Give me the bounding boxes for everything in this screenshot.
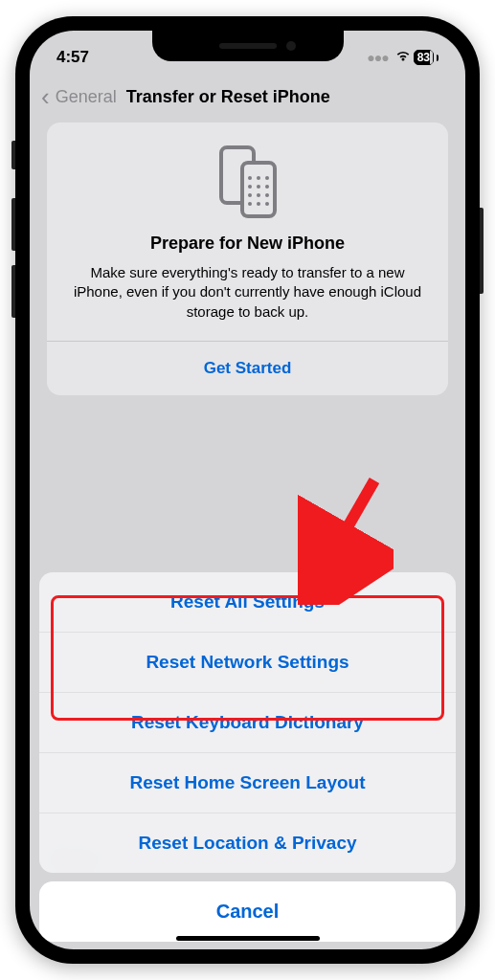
chevron-back-icon[interactable]: ‹ [41,84,50,109]
reset-keyboard-dictionary-button[interactable]: Reset Keyboard Dictionary [39,692,456,752]
action-sheet: Reset All Settings Reset Network Setting… [30,572,465,949]
notch [152,31,344,61]
recording-indicator-icon: ●●● [367,50,388,65]
svg-point-7 [265,185,269,189]
reset-location-privacy-button[interactable]: Reset Location & Privacy [39,813,456,873]
battery-icon: 83 [414,50,434,65]
volume-down-button [11,265,15,318]
phones-transfer-icon [64,145,431,218]
svg-point-6 [257,185,260,189]
mute-switch [11,141,15,169]
home-indicator[interactable] [176,936,320,941]
svg-rect-1 [242,163,275,216]
svg-line-14 [315,480,374,584]
svg-point-2 [248,176,252,180]
svg-point-8 [248,193,252,197]
screen: 4:57 ●●● 83 ‹ General Transfer or Reset … [30,31,465,949]
cancel-button[interactable]: Cancel [39,881,456,942]
svg-point-10 [265,193,269,197]
phone-frame: 4:57 ●●● 83 ‹ General Transfer or Reset … [15,16,480,964]
reset-all-settings-button[interactable]: Reset All Settings [39,572,456,632]
side-button [480,208,484,294]
reset-home-screen-layout-button[interactable]: Reset Home Screen Layout [39,752,456,813]
svg-point-13 [265,202,269,206]
svg-point-5 [248,185,252,189]
volume-up-button [11,198,15,251]
prepare-card: Prepare for New iPhone Make sure everyth… [47,122,448,395]
status-time: 4:57 [56,48,89,67]
svg-point-11 [248,202,252,206]
svg-point-3 [257,176,260,180]
get-started-button[interactable]: Get Started [64,342,431,395]
card-title: Prepare for New iPhone [64,234,431,254]
page-title: Transfer or Reset iPhone [126,87,330,107]
reset-network-settings-button[interactable]: Reset Network Settings [39,632,456,692]
svg-point-9 [257,193,260,197]
nav-header: ‹ General Transfer or Reset iPhone [30,75,465,122]
wifi-icon [394,48,412,67]
svg-point-4 [265,176,269,180]
nav-back-button[interactable]: General [56,87,117,107]
card-description: Make sure everything's ready to transfer… [64,263,431,322]
svg-point-12 [257,202,260,206]
